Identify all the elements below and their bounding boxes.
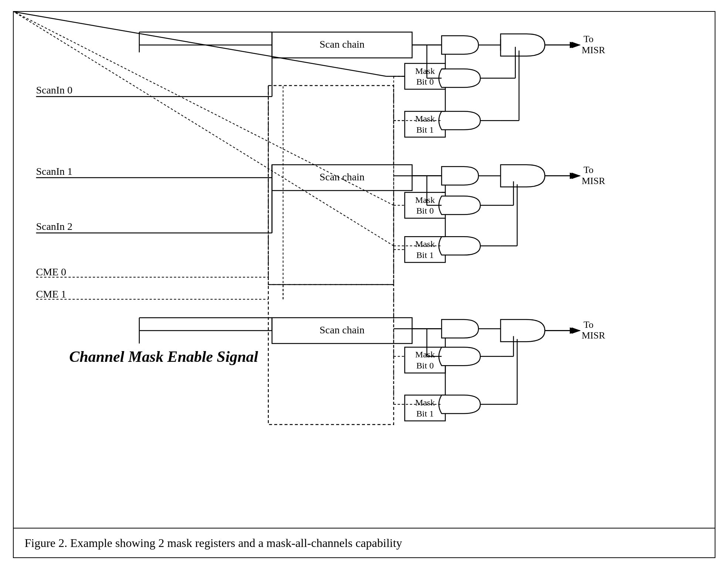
mask-bit1-label1-1: Mask [415, 114, 434, 123]
final-gate-2 [500, 165, 545, 187]
or-gate-3b [439, 395, 480, 414]
caption-area: Figure 2. Example showing 2 mask registe… [14, 528, 715, 557]
diagram-area: Scan chain ScanIn 0 Mask Bit 0 [14, 12, 715, 528]
mask-bit0-label1-2: Mask [415, 195, 434, 205]
mask-bit1-label2-2: Bit 1 [416, 250, 433, 260]
mask-bit1-label1-3: Mask [415, 398, 434, 407]
or-gate-1b [439, 111, 480, 130]
or-gate-1a [439, 69, 480, 88]
to-misr-label1-3: To [583, 319, 593, 330]
final-gate-1 [500, 34, 545, 56]
to-misr-label1-1: To [583, 34, 593, 44]
mask-bit0-label1-3: Mask [415, 350, 434, 359]
to-misr-label2-3: MISR [582, 330, 605, 341]
mask-bit0-label2-2: Bit 0 [416, 206, 433, 215]
circuit-diagram: Scan chain ScanIn 0 Mask Bit 0 [14, 12, 715, 528]
channel-mask-label: Channel Mask Enable Signal [69, 348, 258, 365]
mask-bit0-label1-1: Mask [415, 66, 434, 76]
and-gate-3 [441, 320, 478, 338]
or-gate-3a [439, 347, 480, 366]
mask-bit1-label2-1: Bit 1 [416, 125, 433, 135]
main-container: Scan chain ScanIn 0 Mask Bit 0 [13, 11, 715, 558]
mask-bit0-label2-3: Bit 0 [416, 361, 433, 370]
scanin2-label: ScanIn 2 [36, 221, 72, 232]
to-misr-label2-2: MISR [582, 176, 605, 186]
mask-bit1-label1-2: Mask [415, 239, 434, 249]
figure-caption: Figure 2. Example showing 2 mask registe… [25, 536, 402, 550]
final-gate-3 [500, 320, 545, 342]
and-gate-2 [441, 167, 478, 185]
and-gate-1 [441, 36, 478, 54]
cme0-label: CME 0 [36, 266, 66, 278]
scan-chain-label-1: Scan chain [319, 38, 365, 50]
scanin0-label: ScanIn 0 [36, 84, 72, 96]
or-gate-2a [439, 196, 480, 215]
or-gate-2b [439, 237, 480, 255]
scan-chain-label-2: Scan chain [319, 171, 365, 183]
mask-bit1-label2-3: Bit 1 [416, 409, 433, 418]
to-misr-label2-1: MISR [582, 45, 605, 55]
cme1-label: CME 1 [36, 288, 66, 300]
to-misr-label1-2: To [583, 164, 593, 175]
scan-chain-label-3: Scan chain [319, 324, 365, 336]
cme-dotted-box-2 [268, 285, 393, 425]
scanin1-label: ScanIn 1 [36, 166, 72, 177]
